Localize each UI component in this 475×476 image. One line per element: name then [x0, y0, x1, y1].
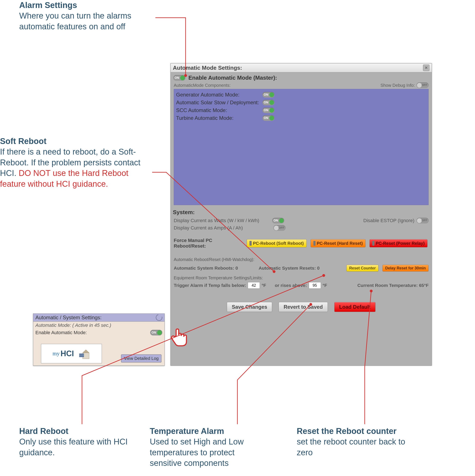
logo-hci: HCI [61, 349, 74, 358]
degf-2: °F [323, 283, 327, 288]
component-row: SCC Automatic Mode: [176, 106, 426, 114]
disable-estop-label: Disable ESTOP (Ignore) [363, 218, 414, 223]
disable-estop-toggle[interactable] [417, 218, 429, 223]
degf-1: °F [262, 283, 266, 288]
temp-header: Equipment Room Temperature Settings/Limi… [171, 273, 432, 282]
callout-alarm: Alarm Settings Where you can turn the al… [19, 0, 153, 32]
callout-reset: Reset the Reboot counter set the reboot … [297, 426, 418, 458]
temp-falls-label: Trigger Alarm if Temp falls below: [174, 283, 246, 288]
callout-reset-body: set the reboot counter back to zero [297, 437, 418, 458]
master-toggle[interactable] [173, 75, 185, 81]
component-toggle[interactable] [262, 100, 274, 105]
watchdog-header: Automatic Reboot/Reset (HMI-Watchdog): [171, 251, 432, 263]
current-temp-label: Current Room Temperature: 65°F [357, 283, 429, 288]
force-row: Force Manual PC Reboot/Reset: PC-Reboot … [171, 238, 432, 251]
view-log-button[interactable]: View Detailed Log [121, 355, 161, 362]
callout-hard-body: Only use this feature with HCI guidance. [19, 437, 131, 458]
temp-high-input[interactable] [309, 282, 321, 289]
enable-toggle[interactable] [150, 330, 162, 336]
components-panel: Generator Automatic Mode: Automatic Sola… [174, 89, 429, 205]
force-label: Force Manual PC Reboot/Reset: [174, 238, 243, 249]
delay-reset-button[interactable]: Delay Reset for 30min [382, 265, 429, 272]
component-label: Turbine Automatic Mode: [176, 115, 262, 121]
small-panel-header: Automatic / System Settings: [33, 314, 164, 322]
callout-hard-title: Hard Reboot [19, 426, 131, 437]
callout-soft: Soft Reboot If there is a need to reboot… [0, 136, 151, 189]
components-header: AutomaticMode Components: Show Debug Inf… [173, 83, 429, 89]
debug-toggle[interactable] [417, 83, 429, 88]
component-label: Automatic Solar Stow / Deployment: [176, 100, 262, 105]
active-line: Automatic Mode: ( Active in 45 sec.) [33, 322, 164, 329]
component-row: Generator Automatic Mode: [176, 91, 426, 99]
hand-cursor-icon [168, 326, 190, 348]
temp-low-input[interactable] [248, 282, 260, 289]
enable-label: Enable Automatic Mode: [35, 330, 87, 336]
temp-rises-label: or rises above: [275, 283, 307, 288]
hard-reset-button[interactable]: PC-Reset (Hard Reset) [311, 239, 366, 247]
master-label: Enable Automatic Mode (Master): [188, 74, 277, 81]
refresh-icon[interactable] [155, 313, 164, 322]
callout-temp-body: Used to set High and Low temperatures to… [150, 437, 264, 468]
display-watts-row: Display Current as Watts (W / kW / kWh) … [171, 217, 432, 224]
footer-buttons: Save Changes Revert to Saved Load Defaul… [171, 302, 432, 312]
enable-line: Enable Automatic Mode: [33, 329, 164, 336]
component-toggle[interactable] [262, 92, 274, 98]
display-amps-row: Display Current as Amps (A / Ah) [171, 224, 432, 232]
soft-reboot-button[interactable]: PC-Reboot (Soft Reboot) [247, 239, 307, 247]
display-amps-toggle[interactable] [273, 225, 286, 231]
components-header-label: AutomaticMode Components: [174, 83, 231, 88]
close-icon[interactable]: × [423, 65, 429, 71]
load-default-button[interactable]: Load Default [334, 302, 375, 312]
component-label: SCC Automatic Mode: [176, 107, 262, 113]
component-label: Generator Automatic Mode: [176, 92, 262, 98]
revert-button[interactable]: Revert to Saved [279, 302, 328, 312]
house-icon [75, 347, 90, 360]
display-watts-label: Display Current as Watts (W / kW / kWh) [174, 218, 259, 223]
component-toggle[interactable] [262, 107, 274, 113]
counter-row: Automatic System Reboots: 0 Automatic Sy… [171, 263, 432, 273]
callout-soft-warn: DO NOT use the Hard Reboot feature witho… [0, 169, 128, 188]
display-watts-toggle[interactable] [272, 218, 284, 223]
master-row: Enable Automatic Mode (Master): [173, 73, 429, 83]
power-relay-button[interactable]: PC-Reset (Power Relay) [370, 239, 427, 247]
small-panel-title: Automatic / System Settings: [35, 315, 102, 321]
callout-temp-title: Temperature Alarm [150, 426, 264, 437]
callout-reset-title: Reset the Reboot counter [297, 426, 418, 437]
callout-hard: Hard Reboot Only use this feature with H… [19, 426, 131, 458]
dialog-title: Automatic Mode Settings: [173, 65, 242, 71]
reset-counter-button[interactable]: Reset Counter [346, 265, 378, 272]
component-toggle[interactable] [262, 115, 274, 121]
automatic-mode-dialog: Automatic Mode Settings: × Enable Automa… [170, 63, 432, 366]
auto-reboots-label: Automatic System Reboots: 0 [174, 266, 238, 271]
dialog-titlebar: Automatic Mode Settings: × [171, 64, 432, 72]
save-button[interactable]: Save Changes [227, 302, 272, 312]
logo-my: my [52, 350, 60, 357]
callout-temp: Temperature Alarm Used to set High and L… [150, 426, 264, 469]
temp-row: Trigger Alarm if Temp falls below: °F or… [171, 282, 432, 289]
callout-alarm-title: Alarm Settings [19, 0, 153, 11]
system-header: System: [171, 205, 432, 217]
callout-soft-title: Soft Reboot [0, 136, 151, 147]
debug-label: Show Debug Info: [380, 83, 415, 88]
system-settings-panel: Automatic / System Settings: Automatic M… [33, 313, 165, 366]
myhci-logo: myHCI [41, 344, 102, 363]
callout-alarm-body: Where you can turn the alarms automatic … [19, 11, 153, 32]
svg-marker-1 [83, 350, 89, 353]
component-row: Automatic Solar Stow / Deployment: [176, 99, 426, 106]
display-amps-label: Display Current as Amps (A / Ah) [174, 225, 243, 231]
component-row: Turbine Automatic Mode: [176, 114, 426, 122]
auto-resets-label: Automatic System Resets: 0 [259, 266, 320, 271]
